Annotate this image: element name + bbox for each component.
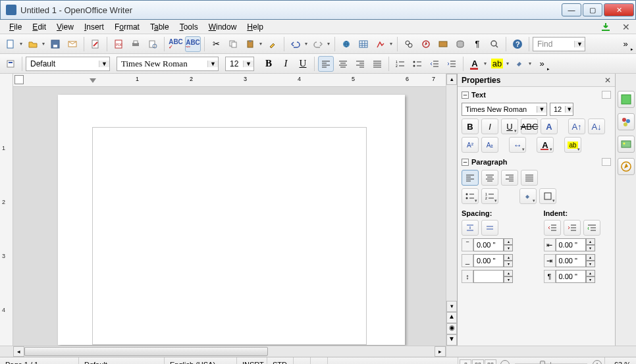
save-button[interactable] <box>47 36 63 52</box>
vertical-scrollbar[interactable]: ▴ ▾ ▲ ◉ ▼ <box>446 74 457 346</box>
panel-border-button[interactable]: ▾ <box>539 188 556 204</box>
status-insert-mode[interactable]: INSRT <box>237 357 267 364</box>
close-document-icon[interactable]: ✕ <box>620 22 632 32</box>
paragraph-style-combo[interactable]: Default ▼ <box>26 57 110 71</box>
font-color-button[interactable]: A▾ <box>467 56 483 72</box>
status-selection-mode[interactable]: STD <box>267 357 294 364</box>
book-view-icon[interactable]: ▯▯ <box>485 359 496 364</box>
panel-align-justify-button[interactable] <box>521 170 538 186</box>
panel-bold-button[interactable]: B <box>462 118 479 134</box>
panel-font-color-button[interactable]: A▾ <box>537 137 554 153</box>
table-button[interactable] <box>356 36 371 52</box>
status-signature-icon[interactable] <box>311 357 328 364</box>
vertical-ruler[interactable]: 1 2 3 4 <box>0 74 13 346</box>
increase-font-button[interactable]: A↑ <box>568 118 585 134</box>
gallery-tab-icon[interactable] <box>618 136 635 153</box>
horizontal-ruler[interactable]: 1 2 3 4 5 6 7 <box>13 74 446 87</box>
prev-page-icon[interactable]: ▲ <box>446 312 457 323</box>
navigator-tab-icon[interactable] <box>618 158 635 175</box>
line-spacing-spin[interactable]: ↕▴▾ <box>462 270 513 283</box>
menu-insert[interactable]: Insert <box>79 21 109 33</box>
status-language[interactable]: English (USA) <box>165 357 237 364</box>
spellcheck-button[interactable]: ABC✓ <box>168 36 184 52</box>
indent-right-spin[interactable]: ⇥0.00 "▴▾ <box>544 254 595 267</box>
bold-button[interactable]: B <box>261 56 277 72</box>
cut-button[interactable]: ✂ <box>208 36 224 52</box>
zoom-button[interactable] <box>487 36 502 52</box>
next-page-icon[interactable]: ▼ <box>446 334 457 346</box>
scroll-down-icon[interactable]: ▾ <box>446 301 457 312</box>
more-options-icon[interactable] <box>602 91 611 99</box>
scroll-track[interactable] <box>446 85 457 301</box>
styles-button[interactable] <box>3 56 18 72</box>
dropdown-arrow-icon[interactable]: ▼ <box>574 41 585 47</box>
menu-tools[interactable]: Tools <box>174 21 203 33</box>
status-page[interactable]: Page 1 / 1 <box>0 357 79 364</box>
hanging-indent-button[interactable] <box>583 220 600 236</box>
indent-marker-icon[interactable] <box>90 78 96 83</box>
edit-file-button[interactable] <box>88 36 103 52</box>
align-left-button[interactable] <box>318 56 334 72</box>
align-center-button[interactable] <box>335 56 351 72</box>
menu-edit[interactable]: Edit <box>27 21 51 33</box>
tab-stop-icon[interactable] <box>14 75 24 84</box>
single-page-view-icon[interactable]: ▯ <box>460 359 471 364</box>
panel-strike-button[interactable]: ABC <box>521 118 538 134</box>
page[interactable] <box>58 95 405 345</box>
scroll-up-icon[interactable]: ▴ <box>446 74 457 85</box>
navigator-button[interactable] <box>418 36 434 52</box>
styles-tab-icon[interactable] <box>618 113 635 130</box>
copy-button[interactable] <box>225 36 241 52</box>
find-combo[interactable]: Find ▼ <box>533 37 585 51</box>
panel-highlight-button[interactable]: ab▾ <box>564 137 581 153</box>
close-button[interactable]: ✕ <box>604 3 634 16</box>
maximize-button[interactable]: ▢ <box>583 3 602 16</box>
email-button[interactable] <box>65 36 80 52</box>
panel-decrease-indent-button[interactable] <box>544 220 561 236</box>
scroll-right-icon[interactable]: ▸ <box>435 346 446 357</box>
gallery-button[interactable] <box>435 36 451 52</box>
panel-bullets-button[interactable]: ▾ <box>462 188 479 204</box>
spacing-button[interactable]: ↔▾ <box>509 137 526 153</box>
navigation-icon[interactable]: ◉ <box>446 323 457 334</box>
increase-indent-button[interactable] <box>444 56 460 72</box>
decrease-font-button[interactable]: A↓ <box>588 118 605 134</box>
increase-spacing-button[interactable] <box>462 220 479 236</box>
panel-font-combo[interactable]: Times New Roman▼ <box>462 103 547 116</box>
panel-underline-button[interactable]: U▾ <box>501 118 518 134</box>
collapse-icon[interactable]: – <box>462 159 469 166</box>
format-paintbrush-button[interactable] <box>265 36 280 52</box>
print-preview-button[interactable] <box>145 36 161 52</box>
open-button[interactable]: ▾ <box>25 36 41 52</box>
indent-left-spin[interactable]: ⇤0.00 "▴▾ <box>544 238 595 251</box>
panel-italic-button[interactable]: I <box>481 118 498 134</box>
scroll-thumb[interactable] <box>24 347 268 356</box>
help-button[interactable]: ? <box>510 36 525 52</box>
menu-help[interactable]: Help <box>242 21 269 33</box>
nonprinting-button[interactable]: ¶ <box>469 36 485 52</box>
minimize-button[interactable]: — <box>562 3 581 16</box>
properties-tab-icon[interactable] <box>618 91 635 108</box>
background-color-button[interactable]: ▾ <box>512 56 527 72</box>
autospellcheck-button[interactable]: ABC〰 <box>185 36 201 52</box>
redo-button[interactable]: ▾ <box>310 36 326 52</box>
panel-size-combo[interactable]: 12▼ <box>550 103 573 116</box>
space-below-spin[interactable]: _0.00 "▴▾ <box>462 254 513 267</box>
document-viewport[interactable] <box>13 87 446 346</box>
underline-button[interactable]: U <box>295 56 311 72</box>
font-name-combo[interactable]: Times New Roman ▼ <box>117 57 219 71</box>
find-replace-button[interactable] <box>401 36 417 52</box>
dropdown-arrow-icon[interactable]: ▼ <box>99 61 109 67</box>
scroll-left-icon[interactable]: ◂ <box>13 346 24 357</box>
decrease-indent-button[interactable] <box>427 56 442 72</box>
zoom-out-icon[interactable]: − <box>500 360 510 364</box>
toolbar-overflow-button[interactable]: » <box>618 36 633 52</box>
horizontal-scrollbar[interactable]: ◂ ▸ <box>13 346 446 357</box>
bullet-list-button[interactable] <box>410 56 425 72</box>
datasources-button[interactable] <box>452 36 468 52</box>
superscript-button[interactable]: A² <box>462 137 479 153</box>
panel-numbering-button[interactable]: 12▾ <box>481 188 498 204</box>
new-button[interactable]: ▾ <box>3 36 18 52</box>
multi-page-view-icon[interactable]: ▯▯ <box>472 359 484 364</box>
menu-format[interactable]: Format <box>109 21 145 33</box>
